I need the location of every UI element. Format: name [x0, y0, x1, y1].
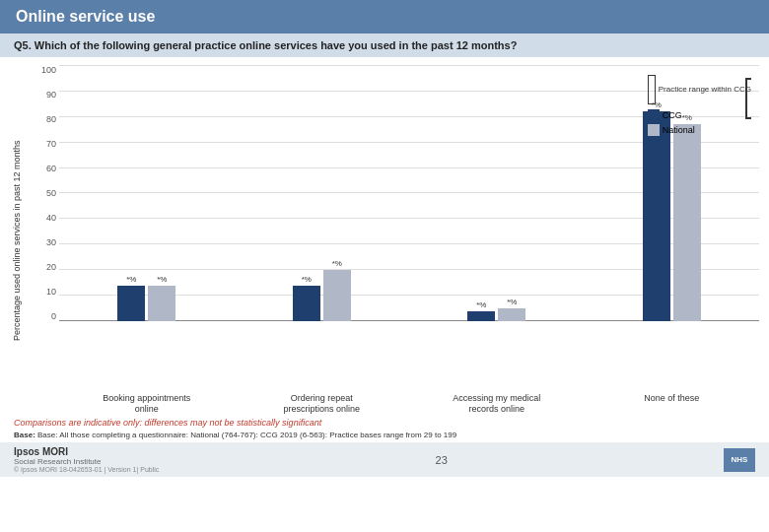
practice-range-label: Practice range within CCG — [659, 85, 751, 95]
x-label-none: None of these — [585, 393, 760, 416]
bar-ccg-prescriptions: *% — [293, 65, 320, 321]
page-footer: Ipsos MORI Social Research Institute © I… — [0, 442, 769, 477]
ccg-legend: CCG — [648, 109, 682, 121]
x-label-prescriptions: Ordering repeatprescriptions online — [235, 393, 410, 416]
y-axis-label: Percentage used online services in past … — [10, 65, 32, 416]
question-text: Q5. Which of the following general pract… — [14, 39, 517, 51]
national-legend-label: National — [663, 125, 695, 135]
bar-ccg-booking: *% — [117, 65, 145, 321]
page-container: Online service use Q5. Which of the foll… — [0, 0, 769, 477]
national-legend: National — [648, 124, 695, 136]
comparisons-note: Comparisons are indicative only: differe… — [0, 416, 769, 430]
footer-company: Ipsos MORI Social Research Institute © I… — [14, 446, 159, 473]
bar-group-prescriptions: *% *% — [235, 65, 410, 321]
chart-legend: Practice range within CCG CCG National — [648, 75, 751, 136]
y-axis-ticks: 100 90 80 70 60 50 40 30 20 10 0 — [32, 65, 59, 321]
ccg-legend-label: CCG — [663, 110, 682, 120]
bar-national-prescriptions: *% — [323, 65, 351, 321]
practice-range-legend: Practice range within CCG — [648, 75, 751, 104]
base-note: Base: Base: All those completing a quest… — [0, 430, 769, 440]
ccg-legend-box — [648, 109, 660, 121]
bar-ccg-records: *% — [467, 65, 495, 321]
plot-area: *% *% *% — [59, 65, 759, 321]
bar-group-records: *% *% — [409, 65, 585, 321]
bar-national-booking: *% — [148, 65, 175, 321]
national-legend-box — [648, 124, 660, 136]
header-title: Online service use — [16, 8, 155, 25]
page-header: Online service use — [0, 0, 769, 33]
footer-logo: NHS — [724, 448, 755, 472]
chart-area: Percentage used online services in past … — [0, 61, 769, 416]
x-label-records: Accessing my medicalrecords online — [409, 393, 585, 416]
question-bar: Q5. Which of the following general pract… — [0, 33, 769, 57]
x-label-booking: Booking appointmentsonline — [59, 393, 235, 416]
bar-national-records: *% — [498, 65, 525, 321]
bar-group-booking: *% *% — [59, 65, 235, 321]
footer-page-number: 23 — [436, 454, 448, 466]
x-axis-labels: Booking appointmentsonline Ordering repe… — [32, 393, 759, 416]
